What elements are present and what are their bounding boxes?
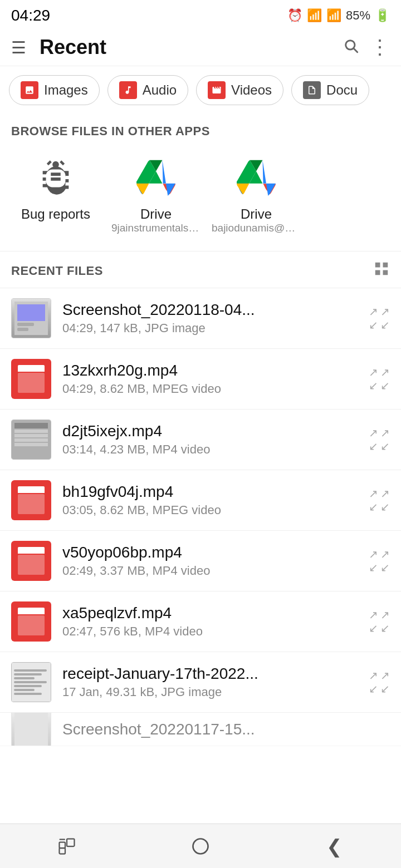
file-thumbnail <box>11 662 51 702</box>
status-time: 04:29 <box>11 7 50 24</box>
svg-line-1 <box>354 48 357 52</box>
tab-docs[interactable]: Docu <box>291 75 369 105</box>
audio-tab-icon <box>119 81 137 99</box>
file-name: bh19gfv04j.mp4 <box>62 483 369 501</box>
file-info: xa5peqlzvf.mp4 02:47, 576 kB, MP4 video <box>62 604 369 639</box>
signal-icon: 📶 <box>326 8 341 23</box>
svg-rect-6 <box>17 304 45 321</box>
list-item[interactable]: Screenshot_20220118-04... 04:29, 147 kB,… <box>0 288 401 349</box>
videos-tab-label: Videos <box>231 82 272 98</box>
file-meta: 03:05, 8.62 MB, MPEG video <box>62 503 369 517</box>
file-thumbnail <box>11 359 51 399</box>
search-button[interactable] <box>343 38 359 57</box>
drive1-label: Drive <box>140 206 172 222</box>
svg-rect-8 <box>17 328 28 331</box>
file-name: 13zkxrh20g.mp4 <box>62 362 369 379</box>
file-info: bh19gfv04j.mp4 03:05, 8.62 MB, MPEG vide… <box>62 483 369 517</box>
drive2-icon-container <box>234 155 278 200</box>
file-thumbnail <box>11 480 51 520</box>
expand-button[interactable]: ↗↗ ↙↙ <box>369 427 390 452</box>
bug-reports-icon-container <box>33 155 78 200</box>
browse-app-drive1[interactable]: Drive 9jainstrumentals@g... <box>106 150 206 240</box>
svg-rect-19 <box>67 839 75 846</box>
list-item[interactable]: xa5peqlzvf.mp4 02:47, 576 kB, MP4 video … <box>0 591 401 652</box>
status-icons: ⏰ 📶 📶 85% 🔋 <box>287 8 390 23</box>
list-item[interactable]: bh19gfv04j.mp4 03:05, 8.62 MB, MPEG vide… <box>0 470 401 531</box>
video-clapper-icon <box>18 365 45 393</box>
bottom-nav: ❮ <box>0 823 401 868</box>
file-info: receipt-January-17th-2022... 17 Jan, 49.… <box>62 665 369 699</box>
nav-recent-apps[interactable] <box>0 836 134 856</box>
nav-back[interactable]: ❮ <box>267 835 401 857</box>
video-clapper-icon <box>18 547 45 575</box>
svg-rect-15 <box>14 713 48 746</box>
nav-home[interactable] <box>134 836 267 856</box>
expand-button[interactable]: ↗↗ ↙↙ <box>369 670 390 694</box>
file-info: d2jt5ixejx.mp4 03:14, 4.23 MB, MP4 video <box>62 422 369 457</box>
file-list: Screenshot_20220118-04... 04:29, 147 kB,… <box>0 288 401 746</box>
file-thumbnail <box>11 601 51 642</box>
expand-button[interactable]: ↗↗ ↙↙ <box>369 306 390 331</box>
file-info: v50yop06bp.mp4 02:49, 3.37 MB, MP4 video <box>62 544 369 578</box>
svg-rect-7 <box>17 323 34 326</box>
alarm-icon: ⏰ <box>287 8 302 23</box>
drive1-icon-container <box>134 155 178 200</box>
menu-icon[interactable]: ☰ <box>11 38 26 57</box>
browse-apps: Bug reports Drive 9jainstrumentals@g... <box>0 144 401 251</box>
images-tab-icon <box>21 81 38 99</box>
browse-app-drive2[interactable]: Drive bajiodunamis@gma... <box>206 150 306 240</box>
app-bar: ☰ Recent ⋮ <box>0 29 401 66</box>
svg-rect-14 <box>14 443 48 446</box>
browse-section-title: BROWSE FILES IN OTHER APPS <box>0 114 401 144</box>
images-tab-label: Images <box>44 82 88 98</box>
list-item[interactable]: v50yop06bp.mp4 02:49, 3.37 MB, MP4 video… <box>0 531 401 591</box>
list-item[interactable]: receipt-January-17th-2022... 17 Jan, 49.… <box>0 652 401 713</box>
svg-line-3 <box>47 161 51 165</box>
tab-images[interactable]: Images <box>9 75 100 105</box>
expand-button[interactable]: ↗↗ ↙↙ <box>369 488 390 512</box>
docs-tab-icon <box>303 81 321 99</box>
tab-videos[interactable]: Videos <box>196 75 283 105</box>
file-thumbnail <box>11 713 51 746</box>
expand-button[interactable]: ↗↗ ↙↙ <box>369 609 390 634</box>
battery-icon: 🔋 <box>375 8 390 23</box>
file-name: Screenshot_20220117-15... <box>62 721 390 738</box>
browse-app-bug-reports[interactable]: Bug reports <box>6 150 106 240</box>
svg-rect-18 <box>60 848 66 854</box>
grid-view-button[interactable] <box>373 260 390 281</box>
recent-files-title: RECENT FILES <box>11 264 103 278</box>
expand-button[interactable]: ↗↗ ↙↙ <box>369 367 390 391</box>
wifi-icon: 📶 <box>307 8 322 23</box>
svg-rect-13 <box>14 438 48 442</box>
more-options-button[interactable]: ⋮ <box>370 36 390 59</box>
tab-audio[interactable]: Audio <box>107 75 188 105</box>
file-meta: 04:29, 147 kB, JPG image <box>62 321 369 336</box>
video-clapper-icon <box>18 608 45 635</box>
docs-tab-label: Docu <box>326 82 358 98</box>
receipt-preview <box>12 663 51 702</box>
svg-rect-17 <box>60 842 66 848</box>
drive2-account: bajiodunamis@gma... <box>212 222 301 234</box>
videos-tab-icon <box>208 81 226 99</box>
svg-rect-16 <box>60 839 66 840</box>
list-item[interactable]: 13zkxrh20g.mp4 04:29, 8.62 MB, MPEG vide… <box>0 349 401 410</box>
file-name: v50yop06bp.mp4 <box>62 544 369 561</box>
list-item[interactable]: Screenshot_20220117-15... <box>0 713 401 746</box>
svg-point-2 <box>52 161 59 168</box>
expand-button[interactable]: ↗↗ ↙↙ <box>369 549 390 573</box>
list-item[interactable]: d2jt5ixejx.mp4 03:14, 4.23 MB, MP4 video… <box>0 410 401 470</box>
battery-text: 85% <box>346 8 370 23</box>
status-bar: 04:29 ⏰ 📶 📶 85% 🔋 <box>0 0 401 29</box>
file-thumbnail <box>11 541 51 581</box>
drive2-label: Drive <box>241 206 272 222</box>
svg-rect-11 <box>14 430 48 433</box>
video-clapper-icon <box>18 486 45 514</box>
drive1-account: 9jainstrumentals@g... <box>111 222 200 234</box>
file-name: receipt-January-17th-2022... <box>62 665 369 683</box>
file-meta: 03:14, 4.23 MB, MP4 video <box>62 442 369 457</box>
svg-line-4 <box>61 161 64 165</box>
video-preview <box>12 420 51 459</box>
file-name: xa5peqlzvf.mp4 <box>62 604 369 622</box>
drive2-icon <box>237 158 276 197</box>
file-name: Screenshot_20220118-04... <box>62 301 369 319</box>
